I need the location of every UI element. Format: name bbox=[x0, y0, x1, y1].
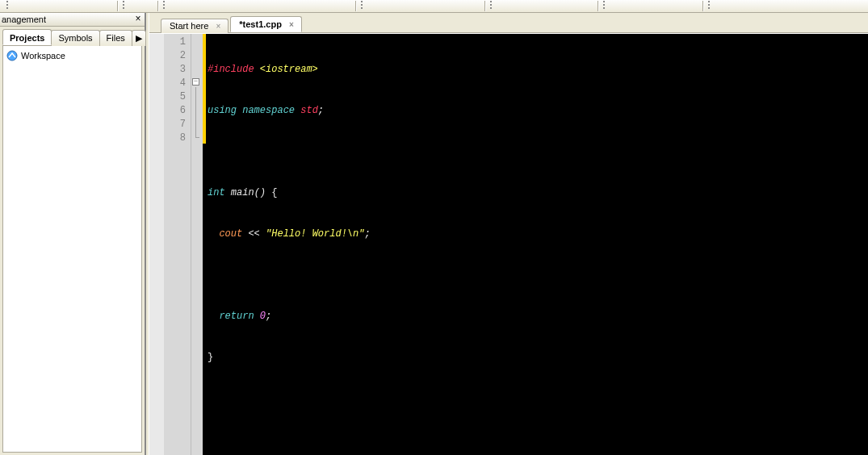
editor-left-margin bbox=[149, 34, 164, 455]
line-number: 2 bbox=[164, 49, 191, 63]
workspace-node[interactable]: Workspace bbox=[6, 49, 138, 62]
code-line bbox=[208, 145, 868, 159]
editor-tab-label: Start here bbox=[170, 21, 208, 31]
line-number: 6 bbox=[164, 104, 191, 118]
workspace-icon bbox=[6, 50, 18, 61]
editor-region: Start here × *test1.cpp × 1 2 3 4 5 6 7 … bbox=[149, 13, 868, 455]
workspace-label: Workspace bbox=[21, 51, 65, 61]
management-tabs: Projects Symbols Files ▶ bbox=[0, 27, 145, 45]
main-area: anagement × Projects Symbols Files ▶ Wor… bbox=[0, 13, 868, 455]
code-line: using namespace std; bbox=[208, 104, 868, 118]
tab-projects[interactable]: Projects bbox=[2, 29, 52, 45]
line-number: 4 bbox=[164, 77, 191, 90]
code-editor[interactable]: 1 2 3 4 5 6 7 8 − #include <iostream> us… bbox=[149, 33, 868, 455]
fold-column: − bbox=[191, 34, 203, 455]
tab-symbols[interactable]: Symbols bbox=[51, 30, 99, 46]
line-number: 3 bbox=[164, 63, 191, 77]
tab-files[interactable]: Files bbox=[99, 30, 132, 46]
code-line: } bbox=[208, 351, 868, 365]
code-line bbox=[208, 269, 868, 282]
code-line: #include <iostream> bbox=[208, 63, 868, 77]
management-panel-header: anagement × bbox=[0, 13, 145, 27]
project-tree[interactable]: Workspace bbox=[2, 45, 142, 453]
line-number: 5 bbox=[164, 90, 191, 104]
close-icon[interactable]: × bbox=[213, 21, 223, 31]
code-line: cout << "Hello! World!\n"; bbox=[208, 228, 868, 241]
code-line: return 0; bbox=[208, 310, 868, 324]
line-number: 1 bbox=[164, 35, 191, 49]
line-number: 8 bbox=[164, 131, 191, 145]
line-number: 7 bbox=[164, 118, 191, 131]
fold-guide-end bbox=[195, 137, 199, 138]
code-line: int main() { bbox=[208, 186, 868, 200]
line-number-gutter: 1 2 3 4 5 6 7 8 bbox=[164, 34, 191, 455]
editor-tab-bar: Start here × *test1.cpp × bbox=[149, 13, 868, 33]
tab-overflow[interactable]: ▶ bbox=[132, 30, 146, 46]
editor-tab-test1-cpp[interactable]: *test1.cpp × bbox=[230, 16, 302, 32]
fold-toggle-icon[interactable]: − bbox=[192, 78, 199, 86]
management-panel-title: anagement bbox=[2, 15, 46, 24]
editor-tab-start-here[interactable]: Start here × bbox=[161, 19, 229, 33]
editor-tab-label: *test1.cpp bbox=[239, 19, 282, 29]
code-area[interactable]: #include <iostream> using namespace std;… bbox=[206, 34, 868, 455]
close-icon[interactable]: × bbox=[132, 14, 145, 26]
top-toolbar bbox=[0, 0, 868, 13]
close-icon[interactable]: × bbox=[287, 19, 296, 29]
management-panel: anagement × Projects Symbols Files ▶ Wor… bbox=[0, 13, 146, 455]
fold-guide bbox=[195, 87, 196, 137]
